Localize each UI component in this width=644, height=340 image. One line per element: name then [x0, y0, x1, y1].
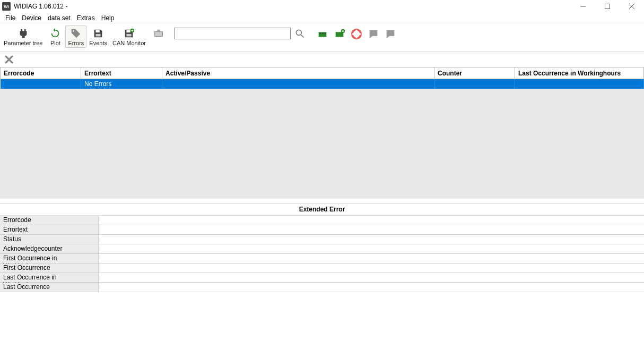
plot-label: Plot [50, 40, 60, 46]
ext-row-ackcounter: Acknowledgecounter [0, 244, 644, 254]
can-monitor-label: CAN Monitor [112, 40, 146, 46]
ext-label-errortext: Errortext [0, 225, 99, 234]
svg-rect-10 [155, 31, 163, 36]
cell-counter [434, 79, 515, 89]
menu-bar: File Device data set Extras Help [0, 13, 644, 23]
tab-bar [0, 52, 644, 67]
ext-row-first-occ: First Occurrence [0, 264, 644, 273]
cell-errorcode [1, 79, 81, 89]
col-errorcode[interactable]: Errorcode [1, 67, 81, 79]
chat-icon[interactable] [367, 28, 380, 40]
ext-val-last-occ-wh [99, 273, 644, 282]
ext-row-status: Status [0, 235, 644, 244]
search-input[interactable] [175, 28, 290, 39]
menu-help[interactable]: Help [98, 13, 118, 23]
svg-rect-17 [325, 33, 326, 34]
ext-val-errortext [99, 225, 644, 234]
ext-row-errortext: Errortext [0, 225, 644, 235]
save-plus-icon [121, 27, 136, 40]
svg-rect-14 [319, 32, 327, 37]
svg-point-21 [354, 32, 358, 36]
svg-point-12 [296, 30, 301, 35]
svg-rect-8 [127, 34, 132, 37]
menu-device[interactable]: Device [19, 13, 45, 23]
ext-val-first-occ [99, 264, 644, 273]
col-active-passive[interactable]: Active/Passive [162, 67, 434, 79]
ext-row-errorcode: Errorcode [0, 216, 644, 225]
table-row[interactable]: No Errors [1, 79, 644, 89]
error-table: Errorcode Errortext Active/Passive Count… [0, 67, 644, 199]
menu-extras[interactable]: Extras [74, 13, 98, 23]
parameter-tree-label: Parameter tree [4, 40, 42, 46]
ext-row-last-occ: Last Occurrence [0, 283, 644, 292]
chat2-icon[interactable] [384, 28, 397, 40]
ext-val-errorcode [99, 216, 644, 225]
svg-rect-11 [157, 30, 160, 32]
chip-icon[interactable] [316, 28, 329, 40]
ext-val-last-occ [99, 283, 644, 292]
svg-rect-16 [322, 33, 324, 34]
ext-row-last-occ-wh: Last Occurrence in Workinghours [0, 273, 644, 283]
extended-error-panel: Extended Error Errorcode Errortext Statu… [0, 203, 644, 292]
svg-rect-6 [96, 34, 101, 37]
ext-val-ackcounter [99, 244, 644, 253]
ext-label-last-occ-wh: Last Occurrence in Workinghours [0, 273, 99, 282]
app-icon: Wi [2, 2, 11, 11]
title-bar: Wi WIDIAG 1.06.012 - [0, 0, 644, 13]
ext-val-first-occ-wh [99, 254, 644, 263]
ext-val-status [99, 235, 644, 244]
tag-icon [68, 27, 83, 40]
main-toolbar: Parameter tree Plot Errors Events CAN Mo… [0, 23, 644, 52]
chip-add-icon[interactable] [333, 28, 346, 40]
table-empty-area [0, 89, 644, 199]
errors-button[interactable]: Errors [65, 26, 86, 48]
svg-point-4 [73, 30, 74, 32]
plot-button[interactable]: Plot [45, 26, 65, 48]
extended-error-title: Extended Error [0, 203, 644, 216]
ext-label-errorcode: Errorcode [0, 216, 99, 225]
search-box[interactable] [174, 28, 291, 39]
close-tab-button[interactable] [3, 54, 15, 65]
cell-last-occurrence [515, 79, 644, 89]
search-icon[interactable] [294, 28, 306, 39]
menu-data-set[interactable]: data set [45, 13, 74, 23]
svg-rect-7 [127, 30, 130, 33]
refresh-icon [48, 27, 63, 40]
minimize-button[interactable] [571, 0, 595, 13]
svg-rect-1 [605, 4, 610, 9]
menu-file[interactable]: File [2, 13, 19, 23]
ext-label-first-occ: First Occurrence [0, 264, 99, 273]
cell-errortext: No Errors [81, 79, 162, 89]
svg-rect-15 [319, 33, 321, 34]
col-errortext[interactable]: Errortext [81, 67, 162, 79]
window-title: WIDIAG 1.06.012 - [14, 3, 67, 10]
col-last-occurrence[interactable]: Last Occurrence in Workinghours [515, 67, 644, 79]
can-monitor-button[interactable]: CAN Monitor [110, 26, 149, 48]
ext-label-first-occ-wh: First Occurrence in Workinghours [0, 254, 99, 263]
lifebuoy-icon[interactable] [350, 28, 363, 40]
ext-label-last-occ: Last Occurrence [0, 283, 99, 292]
ext-label-status: Status [0, 235, 99, 244]
close-button[interactable] [620, 0, 644, 13]
svg-line-13 [301, 35, 303, 38]
parameter-tree-button[interactable]: Parameter tree [1, 26, 45, 48]
cell-active-passive [162, 79, 434, 89]
svg-rect-5 [96, 30, 100, 33]
events-label: Events [89, 40, 107, 46]
ext-row-first-occ-wh: First Occurrence in Workinghours [0, 254, 644, 264]
plug-icon [16, 27, 31, 40]
save-icon [91, 27, 106, 40]
errors-label: Errors [68, 40, 84, 46]
maximize-button[interactable] [595, 0, 620, 13]
events-button[interactable]: Events [86, 26, 110, 48]
col-counter[interactable]: Counter [434, 67, 515, 79]
ext-label-ackcounter: Acknowledgecounter [0, 244, 99, 253]
unknown-tool-button[interactable] [149, 26, 169, 48]
device-icon [151, 27, 166, 40]
